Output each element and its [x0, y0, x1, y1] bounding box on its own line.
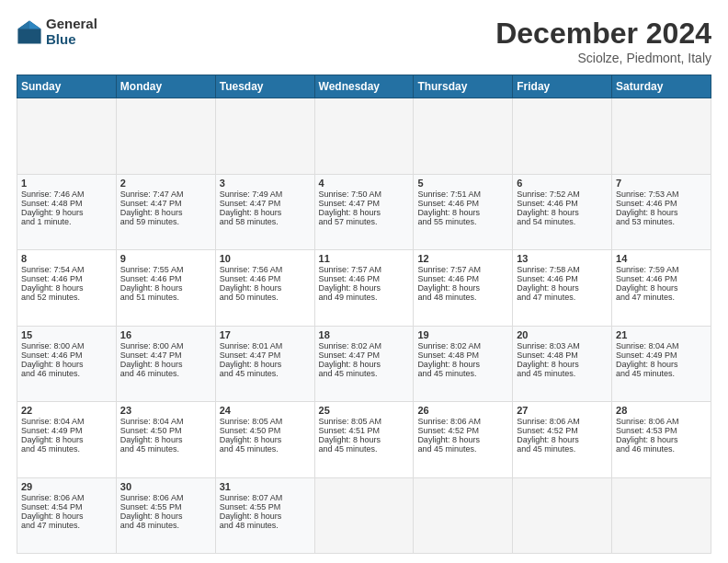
day-info-line: and 45 minutes.: [220, 369, 311, 378]
day-info-line: Sunset: 4:47 PM: [120, 350, 211, 360]
day-info-line: Sunrise: 8:05 AM: [220, 417, 311, 426]
day-header-sunday: Sunday: [17, 75, 117, 98]
calendar-cell: 26Sunrise: 8:06 AMSunset: 4:52 PMDayligh…: [414, 402, 513, 478]
day-info-line: Daylight: 8 hours: [616, 283, 707, 293]
calendar-cell: [612, 98, 711, 175]
day-info-line: Sunrise: 8:06 AM: [120, 493, 211, 502]
day-info-line: and 57 minutes.: [319, 217, 410, 226]
day-info-line: Sunset: 4:49 PM: [21, 426, 112, 435]
day-info-line: Sunset: 4:47 PM: [220, 199, 311, 208]
day-info-line: and 45 minutes.: [417, 444, 508, 454]
day-number: 4: [319, 178, 410, 189]
calendar-cell: 23Sunrise: 8:04 AMSunset: 4:50 PMDayligh…: [116, 402, 215, 478]
logo-general-text: General: [46, 17, 97, 32]
day-info-line: Daylight: 9 hours: [21, 208, 112, 217]
day-number: 8: [21, 253, 112, 264]
day-info-line: Sunset: 4:46 PM: [319, 274, 410, 283]
day-info-line: Daylight: 8 hours: [517, 435, 608, 444]
day-info-line: Sunset: 4:46 PM: [616, 199, 707, 208]
day-info-line: Sunrise: 8:06 AM: [517, 417, 608, 426]
calendar-cell: 30Sunrise: 8:06 AMSunset: 4:55 PMDayligh…: [116, 477, 215, 554]
day-info-line: Daylight: 8 hours: [319, 360, 410, 369]
day-number: 14: [616, 253, 707, 264]
day-number: 22: [21, 405, 112, 416]
day-number: 24: [220, 405, 311, 416]
day-info-line: Sunrise: 7:57 AM: [417, 265, 508, 274]
page: General Blue December 2024 Sciolze, Pied…: [0, 0, 728, 563]
day-info-line: Daylight: 8 hours: [120, 435, 211, 444]
day-info-line: Sunset: 4:49 PM: [616, 350, 707, 360]
day-info-line: Sunset: 4:46 PM: [21, 350, 112, 360]
day-info-line: Sunset: 4:48 PM: [517, 350, 608, 360]
day-info-line: Sunset: 4:52 PM: [417, 426, 508, 435]
day-info-line: Sunrise: 8:04 AM: [21, 417, 112, 426]
day-info-line: and 58 minutes.: [220, 217, 311, 226]
day-info-line: Sunset: 4:51 PM: [319, 426, 410, 435]
day-info-line: Sunrise: 8:06 AM: [417, 417, 508, 426]
day-info-line: Daylight: 8 hours: [120, 511, 211, 521]
day-number: 9: [120, 253, 211, 264]
day-info-line: Daylight: 8 hours: [417, 360, 508, 369]
calendar-cell: [513, 98, 612, 175]
calendar-cell: [414, 98, 513, 175]
day-header-monday: Monday: [116, 75, 215, 98]
day-info-line: and 46 minutes.: [120, 369, 211, 378]
day-info-line: Sunrise: 8:02 AM: [319, 341, 410, 350]
day-info-line: Daylight: 8 hours: [220, 360, 311, 369]
day-info-line: Daylight: 8 hours: [517, 360, 608, 369]
day-info-line: Sunset: 4:53 PM: [616, 426, 707, 435]
day-info-line: Sunset: 4:46 PM: [220, 274, 311, 283]
calendar-cell: 6Sunrise: 7:52 AMSunset: 4:46 PMDaylight…: [513, 174, 612, 250]
week-row-3: 15Sunrise: 8:00 AMSunset: 4:46 PMDayligh…: [17, 326, 711, 402]
day-info-line: and 48 minutes.: [120, 521, 211, 530]
day-header-thursday: Thursday: [414, 75, 513, 98]
day-number: 6: [517, 178, 608, 189]
day-info-line: Daylight: 8 hours: [417, 283, 508, 293]
calendar-cell: 20Sunrise: 8:03 AMSunset: 4:48 PMDayligh…: [513, 326, 612, 402]
day-info-line: Daylight: 8 hours: [120, 208, 211, 217]
day-info-line: Sunrise: 7:47 AM: [120, 190, 211, 199]
day-info-line: and 55 minutes.: [417, 217, 508, 226]
week-row-5: 29Sunrise: 8:06 AMSunset: 4:54 PMDayligh…: [17, 477, 711, 554]
day-info-line: Daylight: 8 hours: [319, 208, 410, 217]
day-info-line: Sunset: 4:46 PM: [517, 274, 608, 283]
day-info-line: and 59 minutes.: [120, 217, 211, 226]
day-info-line: Sunset: 4:46 PM: [517, 199, 608, 208]
calendar-cell: 15Sunrise: 8:00 AMSunset: 4:46 PMDayligh…: [17, 326, 117, 402]
calendar-cell: 14Sunrise: 7:59 AMSunset: 4:46 PMDayligh…: [612, 250, 711, 327]
day-number: 27: [517, 405, 608, 416]
calendar-cell: 27Sunrise: 8:06 AMSunset: 4:52 PMDayligh…: [513, 402, 612, 478]
day-info-line: and 1 minute.: [21, 217, 112, 226]
day-info-line: Sunrise: 8:04 AM: [120, 417, 211, 426]
day-info-line: Daylight: 8 hours: [417, 435, 508, 444]
day-info-line: Sunset: 4:46 PM: [417, 274, 508, 283]
day-info-line: and 54 minutes.: [517, 217, 608, 226]
calendar-cell: 5Sunrise: 7:51 AMSunset: 4:46 PMDaylight…: [414, 174, 513, 250]
day-number: 5: [417, 178, 508, 189]
day-info-line: Sunrise: 8:00 AM: [120, 341, 211, 350]
header: General Blue December 2024 Sciolze, Pied…: [17, 17, 711, 65]
day-info-line: Sunset: 4:46 PM: [616, 274, 707, 283]
svg-marker-1: [29, 20, 41, 29]
day-info-line: and 45 minutes.: [517, 444, 608, 454]
calendar-cell: [116, 98, 215, 175]
day-info-line: and 45 minutes.: [616, 369, 707, 378]
day-info-line: Sunset: 4:46 PM: [120, 274, 211, 283]
day-number: 13: [517, 253, 608, 264]
day-info-line: Sunset: 4:50 PM: [220, 426, 311, 435]
day-info-line: Sunrise: 8:04 AM: [616, 341, 707, 350]
day-number: 19: [417, 329, 508, 340]
day-info-line: Sunrise: 7:54 AM: [21, 265, 112, 274]
day-number: 10: [220, 253, 311, 264]
day-info-line: Sunset: 4:50 PM: [120, 426, 211, 435]
day-info-line: and 45 minutes.: [517, 369, 608, 378]
day-info-line: Daylight: 8 hours: [120, 283, 211, 293]
logo: General Blue: [17, 17, 97, 47]
day-info-line: Sunrise: 7:50 AM: [319, 190, 410, 199]
day-number: 25: [319, 405, 410, 416]
day-info-line: Sunset: 4:52 PM: [517, 426, 608, 435]
calendar-cell: 10Sunrise: 7:56 AMSunset: 4:46 PMDayligh…: [215, 250, 314, 327]
day-info-line: Daylight: 8 hours: [220, 208, 311, 217]
day-info-line: Daylight: 8 hours: [21, 511, 112, 521]
day-number: 31: [220, 481, 311, 492]
